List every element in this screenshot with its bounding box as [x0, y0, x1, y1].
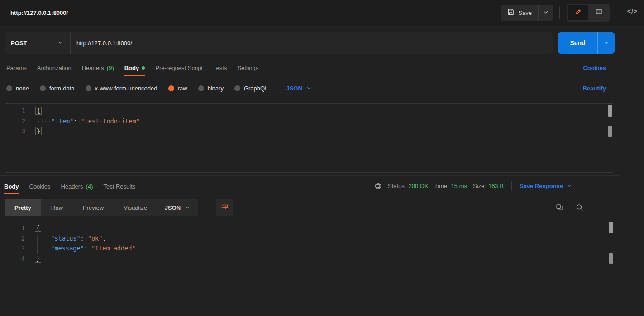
request-title: http://127.0.0.1:8000/: [10, 0, 68, 25]
wrap-lines-button[interactable]: [216, 199, 233, 216]
code-line: 2 "status": "ok",: [5, 233, 614, 244]
request-tabs: Params Authorization Headers(9) Body Pre…: [0, 58, 619, 77]
response-headers-count-badge: (4): [86, 183, 93, 190]
line-number: 1: [5, 107, 25, 114]
mode-none[interactable]: none: [6, 85, 29, 92]
body-modified-dot: [142, 66, 145, 70]
search-icon[interactable]: [576, 203, 584, 212]
size-value: 163 B: [488, 183, 504, 189]
chevron-down-icon: [543, 9, 549, 16]
code-line: 1{: [5, 223, 614, 233]
line-number: 2: [5, 235, 25, 242]
view-visualize[interactable]: Visualize: [114, 199, 157, 216]
response-tab-cookies[interactable]: Cookies: [29, 177, 51, 196]
beautify-link[interactable]: Beautify: [583, 78, 606, 98]
edit-comment-toggle: [567, 4, 610, 22]
request-header-bar: http://127.0.0.1:8000/ Save: [0, 0, 644, 25]
save-icon: [507, 8, 515, 17]
cookies-link[interactable]: Cookies: [583, 58, 606, 77]
tab-authorization[interactable]: Authorization: [37, 58, 72, 77]
save-button-group: Save: [501, 5, 553, 21]
chevron-down-icon: [306, 85, 311, 92]
chevron-down-icon: [57, 40, 63, 47]
request-url-bar: POST http://127.0.0.1:8000/: [5, 32, 553, 54]
mode-binary[interactable]: binary: [198, 85, 224, 92]
code-line: 1{: [5, 106, 614, 116]
response-status-bar: Status:200 OK Time:15 ms Size:163 B Save…: [374, 177, 572, 195]
request-response-divider: [0, 175, 619, 176]
body-mode-row: none form-data x-www-form-urlencoded raw…: [0, 78, 619, 98]
send-options-button[interactable]: [597, 32, 615, 54]
copy-icon[interactable]: [555, 203, 563, 212]
tab-params[interactable]: Params: [6, 58, 27, 77]
mode-form-data[interactable]: form-data: [40, 85, 75, 92]
save-button-label: Save: [518, 9, 532, 16]
response-tab-headers[interactable]: Headers(4): [61, 177, 93, 196]
tab-tests[interactable]: Tests: [213, 58, 227, 77]
pencil-icon: [574, 8, 582, 17]
code-line: 3 "message": "Item added": [5, 243, 614, 254]
view-preview[interactable]: Preview: [73, 199, 114, 216]
globe-icon[interactable]: [374, 182, 382, 190]
tab-settings[interactable]: Settings: [237, 58, 258, 77]
method-selector[interactable]: POST: [5, 40, 70, 47]
code-line: 3}: [5, 126, 614, 137]
view-pretty[interactable]: Pretty: [5, 199, 41, 216]
radio-selected-icon: [168, 85, 174, 91]
headers-count-badge: (9): [107, 65, 114, 71]
mode-graphql[interactable]: GraphQL: [234, 85, 268, 92]
response-language-selector[interactable]: JSON: [157, 199, 198, 216]
line-number: 4: [5, 255, 25, 262]
editor-scrollbar-thumb[interactable]: [608, 105, 612, 117]
status-field: Status:200 OK: [388, 183, 429, 189]
chevron-down-icon: [185, 204, 190, 211]
radio-icon: [234, 85, 240, 91]
mode-x-www-form-urlencoded[interactable]: x-www-form-urlencoded: [86, 85, 157, 92]
comment-icon: [595, 8, 603, 17]
tab-headers[interactable]: Headers(9): [82, 58, 114, 77]
tab-pre-request-script[interactable]: Pre-request Script: [155, 58, 203, 77]
radio-icon: [40, 85, 46, 91]
response-view-switcher: Pretty Raw Preview Visualize: [5, 199, 157, 216]
response-tabs: Body Cookies Headers(4) Test Results: [4, 177, 135, 195]
indent-guide: [37, 236, 38, 254]
header-actions: Save: [501, 0, 610, 25]
comments-button[interactable]: [589, 5, 609, 20]
tab-body[interactable]: Body: [124, 58, 145, 77]
url-input[interactable]: http://127.0.0.1:8000/: [71, 40, 553, 47]
line-number: 2: [5, 118, 25, 125]
mode-raw[interactable]: raw: [168, 85, 187, 92]
status-bar-divider: [511, 181, 512, 191]
status-value: 200 OK: [408, 183, 428, 189]
radio-icon: [6, 85, 12, 91]
save-button[interactable]: Save: [501, 5, 538, 21]
edit-mode-button[interactable]: [568, 5, 588, 20]
send-button[interactable]: Send: [558, 32, 597, 54]
code-snippet-icon[interactable]: </>: [627, 8, 638, 15]
chevron-down-icon: [567, 183, 572, 189]
response-toolbar: Pretty Raw Preview Visualize JSON: [0, 199, 619, 216]
time-field: Time:15 ms: [434, 183, 467, 189]
raw-language-selector[interactable]: JSON: [286, 85, 311, 92]
response-actions: [555, 199, 584, 216]
response-tab-test-results[interactable]: Test Results: [104, 177, 136, 196]
size-field: Size:163 B: [473, 183, 504, 189]
view-raw[interactable]: Raw: [41, 199, 73, 216]
header-divider: [559, 7, 560, 19]
editor-scrollbar-marker: [609, 253, 613, 264]
right-rail-divider: [619, 0, 619, 316]
response-body-editor[interactable]: 1{2 "status": "ok",3 "message": "Item ad…: [5, 222, 614, 314]
request-body-editor[interactable]: 1{2····"item":·"test·todo·item"3}: [5, 103, 614, 173]
line-number: 1: [5, 224, 25, 231]
response-header: Body Cookies Headers(4) Test Results Sta…: [0, 177, 619, 195]
line-number: 3: [5, 245, 25, 252]
save-response-button[interactable]: Save Response: [520, 183, 572, 189]
editor-scrollbar-thumb[interactable]: [609, 222, 613, 233]
chevron-down-icon: [604, 40, 609, 47]
method-label: POST: [11, 40, 27, 47]
line-number: 3: [5, 127, 25, 135]
code-line: 4}: [5, 254, 614, 264]
save-options-button[interactable]: [538, 5, 553, 21]
response-tab-body[interactable]: Body: [4, 177, 19, 196]
wrap-lines-icon: [220, 203, 229, 212]
